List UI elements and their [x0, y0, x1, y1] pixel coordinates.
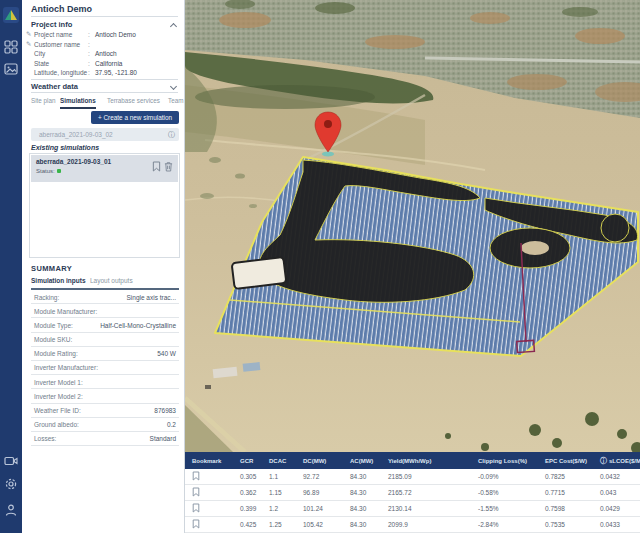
pencil-icon[interactable]: ✎ [26, 30, 31, 38]
summary-row-ground-albedo: Ground albedo:0.2 [31, 418, 179, 432]
info-label: City [34, 50, 45, 57]
app-window: Antioch Demo Project info ✎ Project name… [0, 0, 640, 533]
pending-simulation-name: aberrada_2021-09-03_02 [39, 131, 113, 138]
info-label: Latitude, longitude [34, 69, 87, 76]
status-dot [57, 169, 61, 173]
info-row-city: City : Antioch [26, 50, 180, 59]
summary-list: Racking:Single axis trac... Module Manuf… [31, 290, 179, 446]
pending-simulation-field[interactable]: aberrada_2021-09-03_02 ⓘ [31, 128, 179, 141]
summary-row-inverter-model-2: Inverter Model 2: [31, 389, 179, 403]
terabase-logo-icon[interactable] [3, 7, 19, 23]
tab-simulation-inputs[interactable]: Simulation inputs [31, 277, 86, 284]
project-panel: Antioch Demo Project info ✎ Project name… [22, 0, 185, 533]
bookmark-icon[interactable] [152, 161, 161, 172]
exclusion-hole [521, 241, 549, 255]
create-simulation-button[interactable]: + Create a new simulation [91, 111, 179, 124]
col-clipping: Clipping Loss(%) [478, 458, 545, 464]
tab-layout-outputs[interactable]: Layout outputs [90, 277, 133, 284]
satellite-map-view[interactable] [185, 0, 640, 452]
bookmark-icon[interactable] [192, 519, 200, 529]
table-row[interactable]: 0.4251.25 105.4284.30 2099.9-2.84% 0.753… [185, 517, 640, 533]
colon: : [88, 69, 90, 76]
divider [31, 92, 178, 93]
info-label: Customer name [34, 41, 80, 48]
left-icon-rail [0, 0, 22, 533]
col-dc: DC(MW) [303, 458, 350, 464]
simulation-name: aberrada_2021-09-03_01 [36, 158, 111, 165]
map-gallery-icon[interactable] [4, 62, 18, 76]
col-epc: EPC Cost($/W) [545, 458, 600, 464]
col-gcr: GCR [240, 458, 269, 464]
info-label: Project name [34, 31, 72, 38]
bookmark-icon[interactable] [192, 503, 200, 513]
info-row-state: State : California [26, 60, 180, 69]
divider [31, 79, 178, 80]
colon: : [88, 50, 90, 57]
active-tab-underline [60, 107, 96, 109]
summary-row-racking: Racking:Single axis trac... [31, 290, 179, 304]
bookmark-icon[interactable] [192, 487, 200, 497]
bookmark-icon[interactable] [192, 471, 200, 481]
chevron-down-icon[interactable] [170, 83, 177, 90]
summary-row-inverter-model-1: Inverter Model 1: [31, 375, 179, 389]
weather-data-header[interactable]: Weather data [31, 82, 78, 91]
video-icon[interactable] [4, 454, 18, 468]
tab-simulations[interactable]: Simulations [60, 97, 96, 104]
results-table: Bookmark GCR DCAC DC(MW) AC(MW) Yield(MW… [185, 452, 640, 533]
table-row[interactable]: 0.3621.15 96.8984.30 2165.72-0.58% 0.771… [185, 485, 640, 501]
divider [31, 16, 178, 17]
info-label: State [34, 60, 49, 67]
col-lcoe: ⓘsLCOE($/MWh) [600, 456, 640, 466]
chevron-up-icon[interactable] [170, 23, 177, 30]
col-ac: AC(MW) [350, 458, 388, 464]
project-info-header: Project info [31, 20, 72, 29]
simulation-card[interactable]: aberrada_2021-09-03_01 Status: [31, 155, 178, 182]
tab-terrabase-services[interactable]: Terrabase services [107, 97, 160, 104]
info-value: Antioch Demo [95, 31, 136, 38]
simulation-list: aberrada_2021-09-03_01 Status: [29, 153, 180, 258]
table-row[interactable]: 0.3051.1 92.7284.30 2185.09-0.09% 0.7825… [185, 469, 640, 485]
info-icon[interactable]: ⓘ [168, 130, 175, 140]
info-value: California [95, 60, 122, 67]
col-bookmark: Bookmark [185, 458, 240, 464]
info-row-lat-long: Latitude, longitude : 37.95, -121.80 [26, 69, 180, 78]
panel-tab-bar: Site plan Simulations Terrabase services… [22, 95, 184, 108]
profile-icon[interactable] [4, 503, 18, 517]
summary-row-inverter-manufacturer: Inverter Manufacturer: [31, 361, 179, 375]
table-row[interactable]: 0.3991.2 101.2484.30 2130.14-1.55% 0.759… [185, 501, 640, 517]
summary-heading: SUMMARY [31, 264, 72, 273]
summary-row-losses: Losses:Standard [31, 432, 179, 446]
colon: : [88, 31, 90, 38]
settings-gear-icon[interactable] [4, 477, 18, 491]
info-icon[interactable]: ⓘ [600, 457, 607, 464]
summary-row-weather-file: Weather File ID:876983 [31, 404, 179, 418]
trash-icon[interactable] [164, 161, 173, 172]
summary-tab-bar: Simulation inputs Layout outputs [22, 276, 184, 288]
pencil-icon[interactable]: ✎ [26, 40, 31, 48]
cleared-area [232, 257, 287, 289]
col-yield: Yield(MWh/Wp) [388, 458, 478, 464]
existing-simulations-heading: Existing simulations [31, 144, 99, 151]
col-dcac: DCAC [269, 458, 303, 464]
colon: : [88, 60, 90, 67]
info-row-project-name: ✎ Project name : Antioch Demo [26, 31, 180, 40]
summary-row-module-type: Module Type:Half-Cell-Mono-Crystalline [31, 318, 179, 332]
info-value: Antioch [95, 50, 117, 57]
colon: : [88, 41, 90, 48]
simulation-status: Status: [36, 168, 61, 174]
page-title: Antioch Demo [31, 4, 92, 14]
summary-row-module-rating: Module Rating:540 W [31, 347, 179, 361]
tab-site-plan[interactable]: Site plan [31, 97, 56, 104]
summary-row-module-manufacturer: Module Manufacturer: [31, 304, 179, 318]
info-row-customer-name: ✎ Customer name : [26, 41, 180, 50]
results-table-header: Bookmark GCR DCAC DC(MW) AC(MW) Yield(MW… [185, 452, 640, 469]
tab-team[interactable]: Team [168, 97, 183, 104]
apps-grid-icon[interactable] [4, 40, 18, 54]
info-value: 37.95, -121.80 [95, 69, 137, 76]
summary-row-module-sku: Module SKU: [31, 333, 179, 347]
